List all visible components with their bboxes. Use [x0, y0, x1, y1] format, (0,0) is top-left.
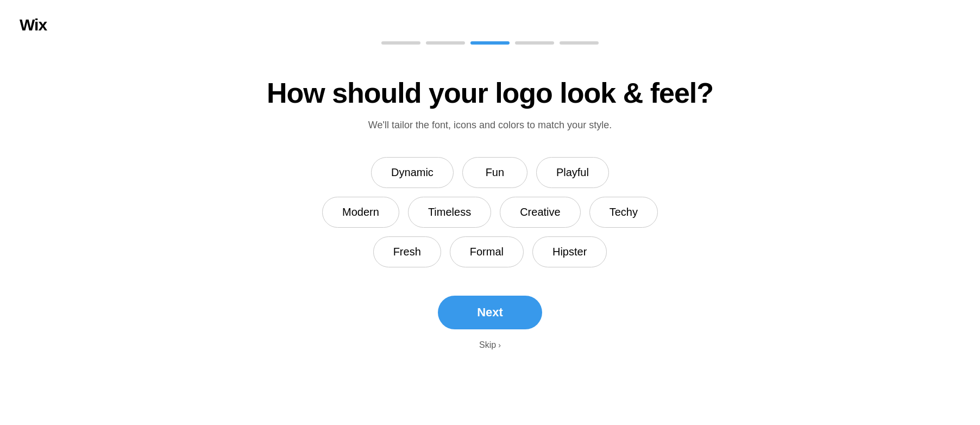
style-chip-timeless[interactable]: Timeless	[408, 197, 491, 228]
style-chip-dynamic[interactable]: Dynamic	[371, 157, 454, 188]
page-title: How should your logo look & feel?	[267, 77, 713, 110]
style-chip-fresh[interactable]: Fresh	[373, 236, 441, 267]
style-chip-formal[interactable]: Formal	[450, 236, 524, 267]
style-chip-techy[interactable]: Techy	[589, 197, 658, 228]
progress-step-3	[470, 41, 510, 45]
wix-logo: Wix	[20, 15, 54, 36]
main-content: How should your logo look & feel? We'll …	[0, 77, 980, 350]
next-button[interactable]: Next	[438, 296, 542, 329]
page-subtitle: We'll tailor the font, icons and colors …	[368, 120, 612, 131]
style-chip-creative[interactable]: Creative	[500, 197, 580, 228]
progress-step-5	[560, 41, 599, 45]
skip-label: Skip	[479, 340, 496, 350]
chevron-right-icon: ›	[498, 341, 501, 349]
style-row-1: Dynamic Fun Playful	[371, 157, 609, 188]
style-options: Dynamic Fun Playful Modern Timeless Crea…	[322, 157, 658, 267]
style-chip-playful[interactable]: Playful	[536, 157, 609, 188]
svg-text:Wix: Wix	[20, 16, 47, 33]
style-chip-modern[interactable]: Modern	[322, 197, 399, 228]
progress-step-1	[381, 41, 420, 45]
style-row-2: Modern Timeless Creative Techy	[322, 197, 658, 228]
style-chip-hipster[interactable]: Hipster	[532, 236, 607, 267]
skip-link[interactable]: Skip ›	[479, 340, 501, 350]
style-row-3: Fresh Formal Hipster	[373, 236, 607, 267]
logo-text: Wix	[20, 19, 54, 36]
progress-step-4	[515, 41, 554, 45]
style-chip-fun[interactable]: Fun	[462, 157, 527, 188]
progress-step-2	[426, 41, 465, 45]
progress-indicator	[0, 41, 980, 45]
